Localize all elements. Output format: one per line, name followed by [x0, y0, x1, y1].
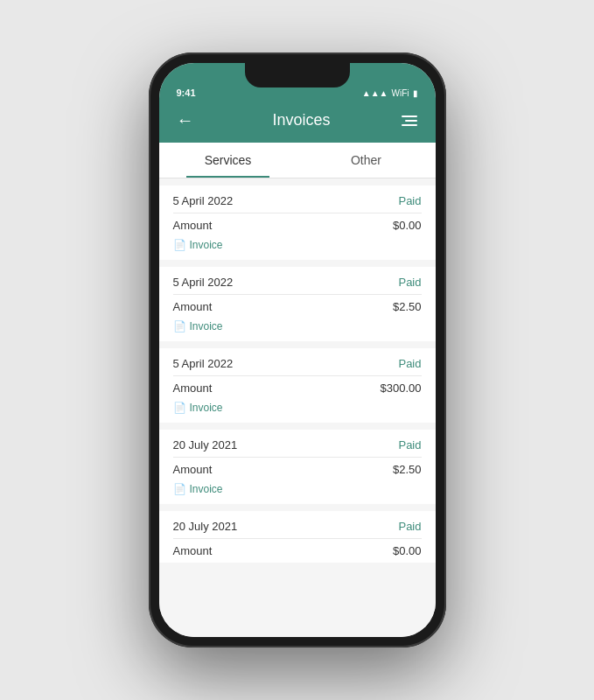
invoice-status: Paid: [398, 438, 421, 452]
document-icon: 📄: [173, 239, 186, 251]
amount-value: $300.00: [381, 382, 422, 395]
invoice-header: 20 July 2021 Paid: [159, 511, 436, 538]
invoice-status: Paid: [398, 276, 421, 289]
invoice-date: 5 April 2022: [173, 194, 234, 207]
invoice-link[interactable]: Invoice: [190, 402, 223, 414]
invoice-date: 5 April 2022: [173, 276, 234, 289]
back-icon: ←: [177, 110, 194, 130]
amount-label: Amount: [173, 463, 213, 476]
amount-label: Amount: [173, 300, 213, 313]
invoice-item: 20 July 2021 Paid Amount $2.50 📄 Invoice: [159, 430, 436, 504]
tab-other[interactable]: Other: [297, 143, 436, 178]
hamburger-line-2: [405, 120, 417, 122]
invoice-item: 5 April 2022 Paid Amount $300.00 📄 Invoi…: [159, 348, 436, 423]
status-icons: ▲▲▲ WiFi ▮: [362, 88, 418, 98]
invoice-list: 5 April 2022 Paid Amount $0.00 📄 Invoice…: [159, 178, 436, 637]
invoice-link-row: 📄 Invoice: [159, 400, 436, 423]
invoice-link[interactable]: Invoice: [190, 320, 223, 332]
amount-value: $2.50: [393, 463, 422, 476]
amount-label: Amount: [173, 382, 213, 395]
amount-label: Amount: [173, 219, 213, 232]
hamburger-line-1: [402, 116, 417, 117]
wifi-icon: WiFi: [392, 88, 409, 98]
invoice-item: 20 July 2021 Paid Amount $0.00: [159, 511, 436, 563]
invoice-header: 5 April 2022 Paid: [159, 348, 436, 375]
amount-label: Amount: [173, 544, 213, 557]
invoice-link[interactable]: Invoice: [190, 239, 223, 251]
document-icon: 📄: [173, 320, 186, 332]
invoice-date: 20 July 2021: [173, 520, 238, 533]
invoice-date: 20 July 2021: [173, 438, 238, 452]
document-icon: 📄: [173, 483, 186, 495]
invoice-status: Paid: [398, 194, 421, 207]
tab-bar: Services Other: [159, 143, 436, 178]
amount-value: $0.00: [393, 544, 422, 557]
status-time: 9:41: [177, 88, 196, 98]
invoice-status: Paid: [398, 520, 421, 533]
invoice-header: 5 April 2022 Paid: [159, 186, 436, 213]
document-icon: 📄: [173, 402, 186, 414]
app-header: ← Invoices: [159, 102, 436, 143]
invoice-item: 5 April 2022 Paid Amount $2.50 📄 Invoice: [159, 267, 436, 341]
invoice-amount-row: Amount $2.50: [159, 458, 436, 481]
invoice-item: 5 April 2022 Paid Amount $0.00 📄 Invoice: [159, 186, 436, 260]
invoice-amount-row: Amount $0.00: [159, 214, 436, 237]
hamburger-line-3: [402, 124, 417, 126]
amount-value: $2.50: [393, 300, 422, 313]
invoice-link[interactable]: Invoice: [190, 483, 223, 495]
tab-other-label: Other: [351, 153, 381, 167]
menu-button[interactable]: [402, 116, 417, 126]
page-title: Invoices: [272, 111, 330, 130]
invoice-amount-row: Amount $300.00: [159, 376, 436, 400]
invoice-link-row: 📄 Invoice: [159, 481, 436, 504]
notch: [245, 63, 350, 88]
back-button[interactable]: ←: [177, 110, 201, 130]
invoice-header: 5 April 2022 Paid: [159, 267, 436, 294]
signal-icon: ▲▲▲: [362, 88, 388, 98]
phone-screen: 9:41 ▲▲▲ WiFi ▮ ← Invoices Services: [159, 63, 436, 637]
phone-frame: 9:41 ▲▲▲ WiFi ▮ ← Invoices Services: [149, 52, 446, 648]
invoice-link-row: 📄 Invoice: [159, 237, 436, 260]
invoice-amount-row: Amount $2.50: [159, 295, 436, 318]
invoice-date: 5 April 2022: [173, 357, 234, 370]
invoice-header: 20 July 2021 Paid: [159, 430, 436, 457]
amount-value: $0.00: [393, 219, 422, 232]
tab-services-label: Services: [205, 153, 252, 167]
battery-icon: ▮: [413, 88, 418, 98]
tab-services[interactable]: Services: [159, 143, 297, 178]
invoice-amount-row: Amount $0.00: [159, 539, 436, 563]
invoice-link-row: 📄 Invoice: [159, 318, 436, 341]
invoice-status: Paid: [398, 357, 421, 370]
